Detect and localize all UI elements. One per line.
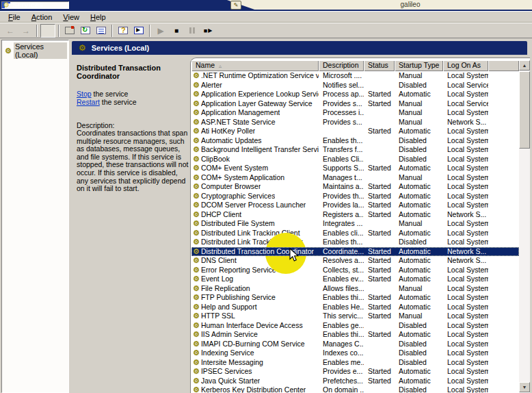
cell: ⚙HTTP SSL bbox=[191, 312, 319, 321]
service-row[interactable]: ⚙HTTP SSLThis servic...StartedManualLoca… bbox=[191, 312, 519, 321]
service-row[interactable]: ⚙Indexing ServiceIndexes co...DisabledLo… bbox=[191, 348, 519, 358]
menu-view[interactable]: View bbox=[57, 12, 85, 22]
cell: Automatic bbox=[395, 201, 443, 210]
cell bbox=[488, 127, 519, 136]
service-row[interactable]: ⚙IIS Admin ServiceEnables thi...StartedA… bbox=[191, 330, 519, 340]
column-header-status[interactable]: Status bbox=[364, 60, 395, 71]
service-row[interactable]: ⚙Application Experience Lookup ServicePr… bbox=[191, 90, 519, 99]
cell: ⚙Alerter bbox=[191, 81, 319, 90]
cell: Local System bbox=[443, 173, 488, 183]
cell: Manages C... bbox=[319, 340, 364, 349]
cell: Enables thi... bbox=[319, 293, 364, 303]
service-row[interactable]: ⚙Distributed Transaction CoordinatorCoor… bbox=[191, 247, 519, 257]
properties-button[interactable] bbox=[62, 24, 77, 38]
cell: Automatic bbox=[395, 192, 443, 201]
cell: Manual bbox=[395, 173, 443, 183]
menu-file[interactable]: File bbox=[3, 12, 26, 22]
service-row[interactable]: ⚙.NET Runtime Optimization Service v2.0.… bbox=[191, 71, 519, 81]
service-row[interactable]: ⚙Intersite MessagingEnables me...Disable… bbox=[191, 358, 519, 368]
pause-service-button[interactable] bbox=[185, 24, 200, 38]
cell: Allows files... bbox=[319, 284, 364, 294]
cell: Indexes co... bbox=[319, 348, 364, 358]
service-gear-icon: ⚙ bbox=[193, 146, 200, 153]
restart-service-button[interactable]: ■▶ bbox=[200, 24, 215, 38]
service-row[interactable]: ⚙IPSEC ServicesProvides e...StartedAutom… bbox=[191, 367, 519, 377]
service-row[interactable]: ⚙IMAPI CD-Burning COM ServiceManages C..… bbox=[191, 340, 519, 349]
restart-service-link[interactable]: Restart bbox=[77, 98, 100, 106]
service-gear-icon: ⚙ bbox=[193, 192, 200, 200]
cell: Local System bbox=[443, 266, 488, 275]
service-row[interactable]: ⚙COM+ Event SystemSupports S...StartedAu… bbox=[191, 164, 519, 173]
service-row[interactable]: ⚙Distributed File SystemIntegrates ...Ma… bbox=[191, 219, 519, 229]
cell: Started bbox=[364, 256, 395, 266]
service-row[interactable]: ⚙Application Layer Gateway ServiceProvid… bbox=[191, 99, 519, 109]
column-header-startup-type[interactable]: Startup Type bbox=[395, 60, 443, 71]
service-row[interactable]: ⚙AlerterNotifies sel...DisabledLocal Ser… bbox=[191, 81, 519, 90]
service-row[interactable]: ⚙ASP.NET State ServiceProvides s...Manua… bbox=[191, 118, 519, 127]
service-row[interactable]: ⚙Cryptographic ServicesProvides th...Sta… bbox=[191, 192, 519, 201]
service-row[interactable]: ⚙Help and SupportEnables He...StartedAut… bbox=[191, 303, 519, 312]
service-name: Event Log bbox=[201, 275, 233, 284]
service-row[interactable]: ⚙COM+ System ApplicationManages t...Manu… bbox=[191, 173, 519, 183]
menu-action[interactable]: Action bbox=[26, 12, 58, 22]
annotation-icon[interactable]: ✎ bbox=[230, 1, 241, 10]
forward-button[interactable]: → bbox=[18, 24, 34, 38]
help-button[interactable] bbox=[116, 24, 131, 38]
service-row[interactable]: ⚙Java Quick StarterPrefetches...StartedA… bbox=[191, 377, 519, 386]
service-gear-icon: ⚙ bbox=[193, 368, 200, 375]
column-header-description[interactable]: Description bbox=[319, 60, 364, 71]
service-row[interactable]: ⚙Error Reporting ServiceCollects, st...S… bbox=[191, 266, 519, 275]
cell bbox=[488, 145, 519, 155]
service-row[interactable]: ⚙DNS ClientResolves a...StartedAutomatic… bbox=[191, 256, 519, 266]
cell: Automatic bbox=[395, 256, 443, 266]
vertical-scrollbar[interactable]: ▲ ▼ bbox=[519, 60, 530, 392]
service-row[interactable]: ⚙Kerberos Key Distribution CenterOn doma… bbox=[191, 385, 519, 393]
service-name: IPSEC Services bbox=[201, 367, 252, 377]
tree-item-services-local[interactable]: ⚙ Services (Local) bbox=[3, 42, 68, 60]
services-pane: ⚙ Services (Local) Distributed Transacti… bbox=[72, 38, 532, 393]
back-button[interactable]: ← bbox=[3, 24, 18, 38]
cell bbox=[364, 340, 395, 349]
cell: ⚙Java Quick Starter bbox=[191, 377, 319, 386]
menu-bar: FileActionViewHelp bbox=[0, 11, 532, 23]
cell bbox=[488, 108, 519, 118]
start-service-button[interactable]: ▶ bbox=[153, 24, 168, 38]
cell: Local System bbox=[443, 201, 488, 210]
service-row[interactable]: ⚙Ati HotKey PollerStartedAutomaticLocal … bbox=[191, 127, 519, 136]
cell bbox=[488, 210, 519, 220]
cell: Automatic bbox=[395, 293, 443, 303]
service-row[interactable]: ⚙Background Intelligent Transfer Service… bbox=[191, 145, 519, 155]
service-row[interactable]: ⚙FTP Publishing ServiceEnables thi...Sta… bbox=[191, 293, 519, 303]
extended-view-button[interactable] bbox=[131, 24, 146, 38]
service-row[interactable]: ⚙Event LogEnables ev...StartedAutomaticL… bbox=[191, 275, 519, 284]
service-row[interactable]: ⚙Distributed Link Tracking ServerEnables… bbox=[191, 238, 519, 247]
scrollbar-thumb[interactable] bbox=[519, 71, 530, 149]
stop-service-button[interactable]: ■ bbox=[169, 24, 184, 38]
service-row[interactable]: ⚙File ReplicationAllows files...ManualLo… bbox=[191, 284, 519, 294]
service-row[interactable]: ⚙Human Interface Device AccessEnables ge… bbox=[191, 321, 519, 331]
column-header-name[interactable]: Name▵ bbox=[191, 60, 319, 71]
service-row[interactable]: ⚙DHCP ClientRegisters a...StartedAutomat… bbox=[191, 210, 519, 220]
menu-help[interactable]: Help bbox=[85, 12, 111, 22]
scroll-up-button[interactable]: ▲ bbox=[519, 60, 530, 71]
service-row[interactable]: ⚙DCOM Server Process LauncherProvides la… bbox=[191, 201, 519, 210]
cell: Local System bbox=[443, 90, 488, 99]
service-row[interactable]: ⚙ClipBookEnables Cli...DisabledLocal Sys… bbox=[191, 155, 519, 164]
cell: Manual bbox=[395, 71, 443, 81]
cell: Started bbox=[364, 127, 395, 136]
refresh-button[interactable] bbox=[78, 24, 93, 38]
service-name: Java Quick Starter bbox=[201, 377, 260, 386]
cell bbox=[364, 108, 395, 118]
show-hide-console-tree-button[interactable] bbox=[40, 24, 55, 38]
cell: Manual bbox=[395, 284, 443, 294]
export-list-button[interactable] bbox=[94, 24, 109, 38]
service-row[interactable]: ⚙Application ManagementProcesses i...Man… bbox=[191, 108, 519, 118]
service-row[interactable]: ⚙Automatic UpdatesEnables th...DisabledL… bbox=[191, 136, 519, 146]
stop-service-link[interactable]: Stop bbox=[77, 90, 92, 98]
service-row[interactable]: ⚙Distributed Link Tracking ClientEnables… bbox=[191, 229, 519, 238]
scroll-down-button[interactable]: ▼ bbox=[519, 382, 530, 392]
service-row[interactable]: ⚙Computer BrowserMaintains a...StartedAu… bbox=[191, 182, 519, 192]
column-header-log-on-as[interactable]: Log On As bbox=[443, 60, 488, 71]
service-gear-icon: ⚙ bbox=[193, 127, 200, 135]
cell: Manual bbox=[395, 312, 443, 321]
